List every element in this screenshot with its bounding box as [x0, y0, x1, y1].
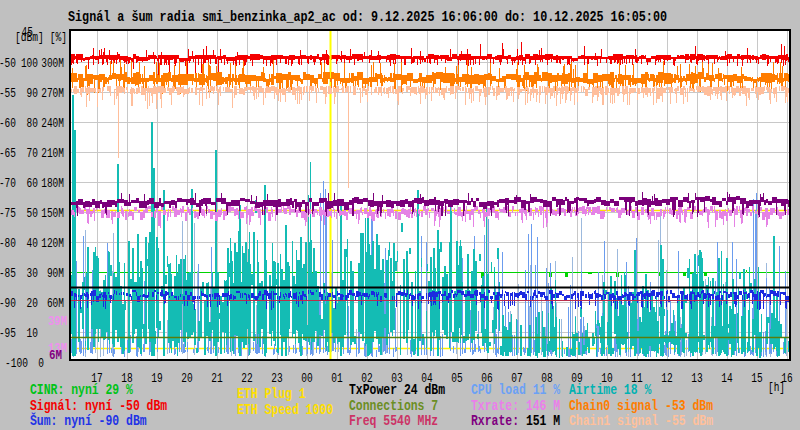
svg-text:ETH Plug 1: ETH Plug 1 — [237, 386, 306, 402]
svg-text:Signál a šum radia smi_benzink: Signál a šum radia smi_benzinka_ap2_ac o… — [68, 9, 667, 25]
svg-text:60: 60 — [27, 177, 38, 191]
svg-text:210M: 210M — [41, 147, 64, 161]
svg-text:Chain1 signal -55 dBm: Chain1 signal -55 dBm — [569, 413, 713, 429]
svg-text:0: 0 — [38, 357, 44, 371]
svg-text:21: 21 — [211, 372, 222, 386]
svg-text:-50: -50 — [0, 57, 16, 71]
svg-text:10: 10 — [27, 327, 38, 341]
svg-text:240M: 240M — [41, 117, 64, 131]
svg-text:40: 40 — [27, 237, 38, 251]
svg-text:-90: -90 — [0, 297, 16, 311]
svg-text:90M: 90M — [47, 267, 64, 281]
svg-text:CINR: nyní 29 %: CINR: nyní 29 % — [30, 382, 133, 398]
svg-text:270M: 270M — [41, 87, 64, 101]
svg-text:12: 12 — [661, 372, 672, 386]
svg-text:CPU load 11 %: CPU load 11 % — [471, 382, 561, 398]
svg-text:Freq 5540 MHz: Freq 5540 MHz — [349, 413, 438, 429]
svg-text:Signál: nyní -50 dBm: Signál: nyní -50 dBm — [30, 398, 167, 414]
svg-text:ETH Speed 1000: ETH Speed 1000 — [237, 402, 333, 418]
svg-text:TxPower 24 dBm: TxPower 24 dBm — [349, 382, 445, 398]
svg-text:01: 01 — [331, 372, 342, 386]
svg-text:Šum: nyní -90 dBm: Šum: nyní -90 dBm — [30, 412, 147, 429]
svg-text:Chain0 signal -53 dBm: Chain0 signal -53 dBm — [569, 398, 713, 414]
svg-text:[dBm] [%]: [dBm] [%] — [15, 31, 67, 45]
svg-text:[h]: [h] — [768, 381, 785, 395]
svg-text:150M: 150M — [41, 207, 64, 221]
svg-text:-95: -95 — [0, 327, 16, 341]
svg-text:22: 22 — [241, 372, 252, 386]
svg-text:-55: -55 — [0, 87, 16, 101]
svg-text:13: 13 — [691, 372, 702, 386]
svg-text:Txrate: 146 M: Txrate: 146 M — [471, 398, 560, 414]
svg-text:6M: 6M — [49, 349, 62, 363]
svg-text:151 M: 151 M — [526, 413, 560, 429]
svg-text:-70: -70 — [0, 177, 16, 191]
svg-text:00: 00 — [301, 372, 312, 386]
svg-text:70: 70 — [27, 147, 38, 161]
svg-text:100: 100 — [21, 57, 38, 71]
svg-text:-75: -75 — [0, 207, 16, 221]
svg-text:300M: 300M — [41, 57, 64, 71]
svg-text:39M: 39M — [48, 315, 67, 329]
svg-text:-80: -80 — [0, 237, 16, 251]
svg-text:-65: -65 — [0, 147, 16, 161]
svg-text:30: 30 — [27, 267, 38, 281]
svg-text:-100: -100 — [5, 357, 28, 371]
svg-text:Rxrate:: Rxrate: — [471, 413, 519, 429]
svg-text:80: 80 — [27, 117, 38, 131]
svg-text:05: 05 — [451, 372, 462, 386]
svg-text:-60: -60 — [0, 117, 16, 131]
svg-text:120M: 120M — [41, 237, 64, 251]
svg-text:90: 90 — [27, 87, 38, 101]
svg-text:50: 50 — [27, 207, 38, 221]
svg-text:60M: 60M — [47, 297, 64, 311]
svg-text:180M: 180M — [41, 177, 64, 191]
svg-text:Airtime 18 %: Airtime 18 % — [569, 382, 652, 398]
svg-text:19: 19 — [151, 372, 162, 386]
svg-text:15: 15 — [751, 372, 762, 386]
svg-text:14: 14 — [721, 372, 732, 386]
svg-text:20: 20 — [27, 297, 38, 311]
svg-text:23: 23 — [271, 372, 282, 386]
svg-text:20: 20 — [181, 372, 192, 386]
svg-text:-85: -85 — [0, 267, 16, 281]
svg-text:Connections 7: Connections 7 — [349, 398, 438, 414]
